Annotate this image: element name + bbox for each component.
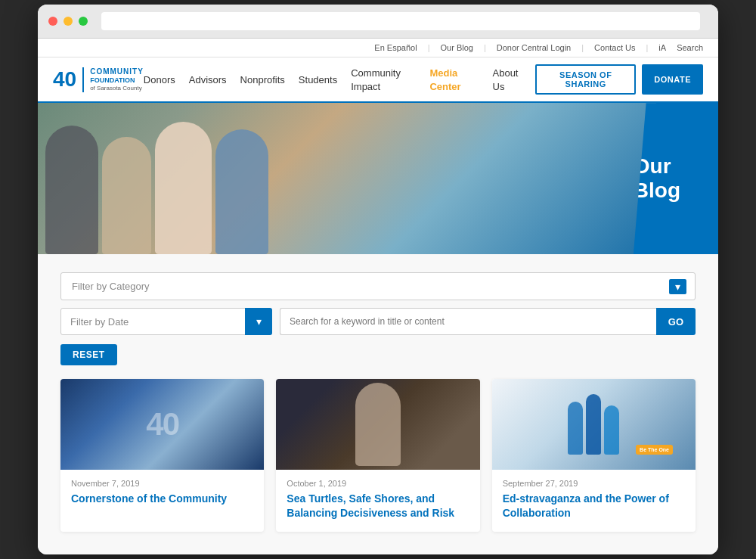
nav-link-nonprofits[interactable]: Nonprofits [240, 74, 285, 85]
silhouette-3 [155, 122, 212, 254]
card-image-3: Be The One [492, 379, 696, 470]
content-area: Filter by Category Filter by Date GO RES… [38, 254, 718, 554]
utility-link-accessibility[interactable]: iA [658, 43, 666, 52]
nav-link-media-center[interactable]: Media Center [429, 67, 460, 92]
card-title-2[interactable]: Sea Turtles, Safe Shores, and Balancing … [287, 492, 469, 519]
browser-dot-red[interactable] [48, 17, 57, 26]
silhouette-1 [45, 126, 98, 254]
card-body-3: September 27, 2019 Ed-stravaganza and th… [492, 470, 696, 531]
nav-item-advisors[interactable]: Advisors [189, 73, 227, 86]
card-3-content [492, 379, 696, 470]
card-date-3: September 27, 2019 [503, 479, 685, 488]
browser-dot-yellow[interactable] [64, 17, 73, 26]
silhouette-2 [102, 137, 151, 254]
date-select-wrapper[interactable]: Filter by Date [60, 308, 272, 335]
nav-links: Donors Advisors Nonprofits Students Comm… [144, 66, 525, 93]
browser-url-bar[interactable] [101, 12, 700, 30]
btn-reset[interactable]: RESET [60, 344, 117, 365]
card-date-2: October 1, 2019 [287, 479, 469, 488]
category-select-wrapper[interactable]: Filter by Category [60, 272, 696, 300]
utility-link-contact-us[interactable]: Contact Us [594, 43, 635, 52]
hero-silhouettes [38, 103, 378, 254]
nav-link-community-impact[interactable]: Community Impact [351, 67, 401, 92]
card-3-people [568, 394, 619, 455]
logo-box: 40 COMMUNITY FOUNDATION of Sarasota Coun… [53, 67, 144, 92]
browser-chrome [38, 5, 718, 39]
nav-buttons: SEASON OF SHARING DONATE [535, 64, 703, 95]
nav-link-about-us[interactable]: About Us [493, 67, 519, 92]
card-image-1: 40 [60, 379, 264, 470]
card-body-1: November 7, 2019 Cornerstone of the Comm… [60, 470, 264, 517]
nav-item-students[interactable]: Students [299, 73, 337, 86]
nav-link-advisors[interactable]: Advisors [189, 74, 227, 85]
utility-link-donor-central[interactable]: Donor Central Login [497, 43, 571, 52]
utility-bar: En Español | Our Blog | Donor Central Lo… [38, 39, 718, 57]
filter-date-select[interactable]: Filter by Date [60, 308, 272, 335]
search-input[interactable] [280, 308, 656, 335]
nav-item-nonprofits[interactable]: Nonprofits [240, 73, 285, 86]
logo-area[interactable]: 40 COMMUNITY FOUNDATION of Sarasota Coun… [53, 67, 144, 92]
blog-card-3[interactable]: Be The One September 27, 2019 Ed-stravag… [492, 379, 696, 531]
search-wrapper: GO [280, 308, 696, 335]
card-date-1: November 7, 2019 [71, 479, 253, 488]
nav-item-media-center[interactable]: Media Center [429, 66, 479, 93]
btn-go[interactable]: GO [656, 308, 696, 335]
nav-link-students[interactable]: Students [299, 74, 337, 85]
logo-foundation: FOUNDATION [90, 76, 144, 85]
card-2-person [276, 379, 479, 470]
utility-link-our-blog[interactable]: Our Blog [440, 43, 472, 52]
silhouette-4 [215, 129, 268, 254]
card-3-person-1 [568, 402, 583, 455]
overlay-40: 40 [60, 379, 264, 470]
nav-link-donors[interactable]: Donors [144, 74, 175, 85]
card-title-3[interactable]: Ed-stravaganza and the Power of Collabor… [503, 492, 685, 519]
browser-window: En Español | Our Blog | Donor Central Lo… [38, 5, 718, 554]
btn-donate[interactable]: DONATE [642, 64, 703, 95]
card-body-2: October 1, 2019 Sea Turtles, Safe Shores… [276, 470, 479, 531]
overlay-40-text: 40 [146, 406, 178, 443]
nav-item-community-impact[interactable]: Community Impact [351, 66, 416, 93]
be-the-one-badge: Be The One [636, 445, 673, 455]
utility-link-en-espanol[interactable]: En Español [374, 43, 417, 52]
blog-card-1[interactable]: 40 November 7, 2019 Cornerstone of the C… [60, 379, 264, 531]
utility-link-search[interactable]: Search [677, 43, 703, 52]
btn-season-of-sharing[interactable]: SEASON OF SHARING [535, 64, 636, 95]
logo-sarasota: of Sarasota County [90, 85, 144, 92]
filter-row-category: Filter by Category [60, 272, 696, 300]
filter-category-select[interactable]: Filter by Category [60, 272, 696, 300]
nav-item-about-us[interactable]: About Us [493, 66, 525, 93]
card-image-2 [276, 379, 479, 470]
logo-community: COMMUNITY [90, 67, 144, 76]
nav-item-donors[interactable]: Donors [144, 73, 175, 86]
card-title-1[interactable]: Cornerstone of the Community [71, 492, 253, 505]
card-3-person-2 [586, 394, 601, 455]
blog-grid: 40 November 7, 2019 Cornerstone of the C… [60, 379, 696, 531]
hero-image [38, 103, 656, 254]
browser-dot-green[interactable] [79, 17, 88, 26]
main-nav: 40 COMMUNITY FOUNDATION of Sarasota Coun… [38, 57, 718, 103]
hero-blue-section: Our Blog [634, 103, 718, 254]
person-silhouette [355, 383, 401, 466]
blog-card-2[interactable]: October 1, 2019 Sea Turtles, Safe Shores… [276, 379, 479, 531]
logo-text: COMMUNITY FOUNDATION of Sarasota County [82, 67, 144, 92]
card-3-person-3 [604, 405, 619, 455]
logo-40-years: 40 [53, 69, 76, 90]
filter-row-date-search: Filter by Date GO [60, 308, 696, 335]
hero-banner: Our Blog [38, 103, 718, 254]
